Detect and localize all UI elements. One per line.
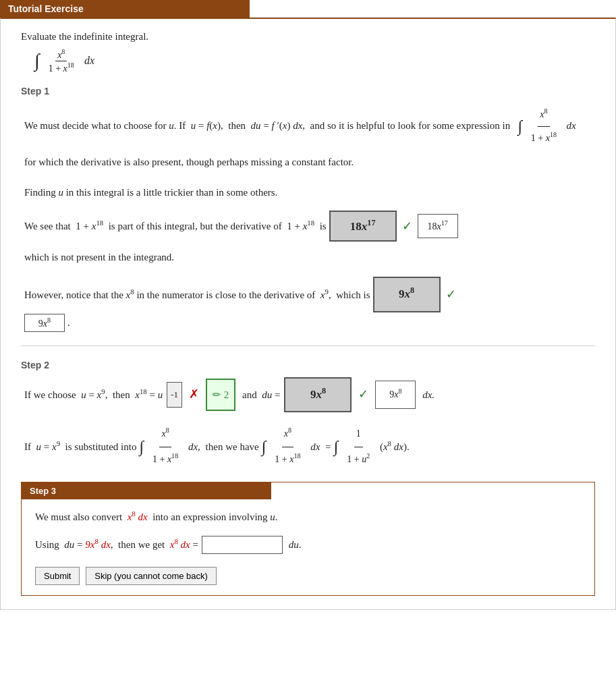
step1-label: Step 1	[21, 86, 595, 96]
step2: Step 2 If we choose u = x9, then x18 = u…	[21, 360, 595, 472]
step2-fraction1: x8 1 + x18	[150, 422, 180, 472]
submit-button[interactable]: Submit	[35, 567, 80, 585]
integral-sign-3: ∫	[139, 426, 144, 468]
step2-fraction2: x8 1 + x18	[273, 422, 302, 472]
tutorial-header: Tutorial Exercise	[0, 0, 616, 18]
step3-content: We must also convert x8 dx into an expre…	[22, 499, 594, 595]
step2-fraction3: 1 1 + u2	[345, 422, 372, 472]
integral-sign: ∫	[34, 50, 40, 72]
step1-line3b: which is not present in the integrand.	[24, 247, 595, 267]
answer-9x8: 9x8	[373, 277, 441, 312]
problem-statement: Evaluate the indefinite integral. ∫ x8 1…	[21, 31, 595, 74]
xmark-1: ✗	[189, 380, 199, 409]
step1-line4: However, notice that the x8 in the numer…	[24, 277, 595, 331]
problem-instruction: Evaluate the indefinite integral.	[21, 31, 595, 43]
answer-9x8-step2: 9x8	[284, 377, 352, 413]
checkmark-1: ✓	[402, 214, 412, 238]
step3-input[interactable]	[202, 536, 283, 554]
step1-line1: We must decide what to choose for u. If …	[24, 103, 595, 173]
pencil-answer-box: ✏ 2	[206, 379, 235, 411]
fraction-numerator: x8	[55, 48, 67, 61]
step3-buttons: Submit Skip (you cannot come back)	[35, 557, 581, 585]
integral-sign-5: ∫	[334, 426, 339, 468]
answer-9x8-small: 9x8	[24, 314, 65, 332]
fraction-denominator: 1 + x18	[47, 61, 76, 74]
problem-fraction: x8 1 + x18	[47, 48, 76, 74]
header-title: Tutorial Exercise	[0, 0, 250, 18]
step3-du-label: du.	[286, 532, 302, 557]
step2-label: Step 2	[21, 360, 595, 370]
step1-text1a: We must decide what to choose for u. If …	[24, 120, 510, 131]
integral-sign-4: ∫	[262, 426, 267, 468]
step3-label: Step 3	[22, 482, 271, 499]
exp-neg1-box: -1	[167, 382, 182, 407]
step1-content: We must decide what to choose for u. If …	[24, 103, 595, 331]
problem-integral: ∫ x8 1 + x18 dx	[34, 48, 595, 74]
answer-9x8-small-step2: 9x8	[375, 381, 416, 409]
main-content: Evaluate the indefinite integral. ∫ x8 1…	[0, 18, 616, 610]
skip-button[interactable]: Skip (you cannot come back)	[86, 567, 217, 585]
answer-18x17: 18x17	[329, 211, 397, 242]
integral-sign-2: ∫	[517, 117, 522, 135]
step1-line2: Finding u in this integral is a little t…	[24, 182, 595, 202]
step1: Step 1 We must decide what to choose for…	[21, 86, 595, 331]
checkmark-3: ✓	[358, 380, 368, 409]
divider-1	[21, 346, 595, 346]
step2-line2: If u = x9 is substituted into ∫ x8 1 + x…	[24, 422, 595, 472]
step2-content: If we choose u = x9, then x18 = u -1 ✗ ✏…	[24, 377, 595, 472]
step3-line2: Using du = 9x8 dx, then we get x8 dx = d…	[35, 532, 581, 557]
step3-box: Step 3 We must also convert x8 dx into a…	[21, 482, 595, 596]
step3-line1: We must also convert x8 dx into an expre…	[35, 509, 581, 523]
step2-line1: If we choose u = x9, then x18 = u -1 ✗ ✏…	[24, 377, 595, 413]
step1-line3: We see that 1 + x18 is part of this inte…	[24, 211, 595, 242]
checkmark-2: ✓	[446, 280, 456, 309]
answer-18x17-small: 18x17	[418, 214, 458, 239]
dx-label: dx	[84, 55, 94, 67]
step1-fraction: x8 1 + x18	[529, 103, 559, 149]
